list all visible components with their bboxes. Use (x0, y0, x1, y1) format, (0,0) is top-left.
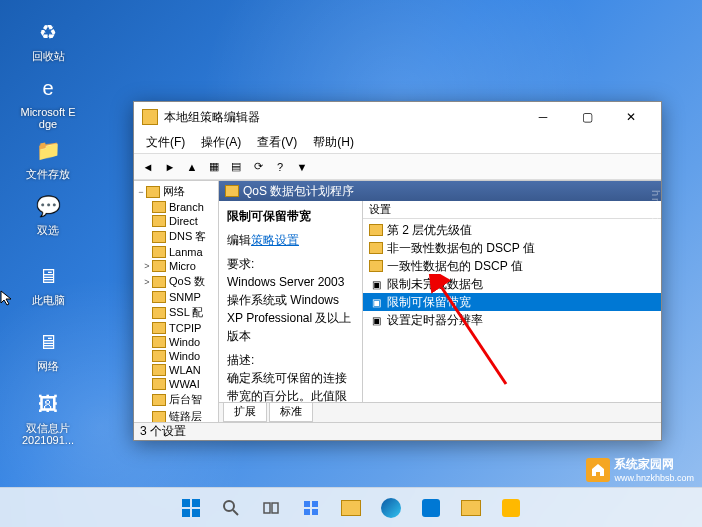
tree-item[interactable]: Branch (134, 200, 218, 214)
tree-item[interactable]: Direct (134, 214, 218, 228)
back-button[interactable]: ◄ (138, 157, 158, 177)
svg-rect-2 (192, 499, 200, 507)
folder-icon (152, 350, 166, 362)
setting-item[interactable]: ▣设置定时器分辨率 (363, 311, 661, 329)
search-button[interactable] (213, 490, 249, 526)
policy-icon: ▣ (369, 313, 383, 327)
icon: e (32, 72, 64, 104)
folder-icon (152, 364, 166, 376)
refresh-button[interactable]: ⟳ (248, 157, 268, 177)
app1-button[interactable] (413, 490, 449, 526)
svg-rect-1 (182, 499, 190, 507)
icon: 🖥 (32, 326, 64, 358)
tree-pane[interactable]: −网络BranchDirectDNS 客Lanma>Micro>QoS 数SNM… (134, 181, 219, 422)
folder-icon (152, 201, 166, 213)
desktop-icon-文件存放[interactable]: 📁文件存放 (20, 134, 76, 180)
up-button[interactable]: ▲ (182, 157, 202, 177)
start-button[interactable] (173, 490, 209, 526)
folder-icon (152, 260, 166, 272)
tree-item[interactable]: >Micro (134, 259, 218, 273)
filter-button[interactable]: ▼ (292, 157, 312, 177)
tree-item[interactable]: >QoS 数 (134, 273, 218, 290)
setting-item[interactable]: ▣限制未完成数据包 (363, 275, 661, 293)
edge-button[interactable] (373, 490, 409, 526)
svg-line-6 (233, 510, 238, 515)
tree-item[interactable]: Lanma (134, 245, 218, 259)
widgets-button[interactable] (293, 490, 329, 526)
tree-item[interactable]: TCPIP (134, 321, 218, 335)
folder-icon (225, 185, 239, 197)
watermark-url-vertical: hnzkhbsb.com (650, 190, 662, 285)
show-hide-button[interactable]: ▦ (204, 157, 224, 177)
menu-file[interactable]: 文件(F) (138, 134, 193, 151)
close-button[interactable]: ✕ (609, 102, 653, 132)
titlebar[interactable]: 本地组策略编辑器 ─ ▢ ✕ (134, 102, 661, 132)
menu-action[interactable]: 操作(A) (193, 134, 249, 151)
toolbar: ◄ ► ▲ ▦ ▤ ⟳ ? ▼ (134, 154, 661, 180)
maximize-button[interactable]: ▢ (565, 102, 609, 132)
menu-help[interactable]: 帮助(H) (305, 134, 362, 151)
tab-extended[interactable]: 扩展 (223, 403, 267, 422)
folder-icon (152, 231, 166, 243)
settings-list[interactable]: 第 2 层优先级值非一致性数据包的 DSCP 值一致性数据包的 DSCP 值▣限… (363, 219, 661, 402)
tree-item[interactable]: 后台智 (134, 391, 218, 408)
tree-item[interactable]: Windo (134, 335, 218, 349)
content-header-text: QoS 数据包计划程序 (243, 183, 354, 200)
gpedit-taskbar[interactable] (453, 490, 489, 526)
folder-icon (152, 276, 166, 288)
content-header: QoS 数据包计划程序 (219, 181, 661, 201)
policy-icon: ▣ (369, 295, 383, 309)
svg-rect-9 (304, 501, 310, 507)
forward-button[interactable]: ► (160, 157, 180, 177)
folder-icon (152, 291, 166, 303)
setting-title: 限制可保留带宽 (227, 207, 354, 225)
taskview-button[interactable] (253, 490, 289, 526)
desktop-icon-Microsoft Edge[interactable]: eMicrosoft Edge (20, 72, 76, 130)
tree-item[interactable]: WLAN (134, 363, 218, 377)
menu-view[interactable]: 查看(V) (249, 134, 305, 151)
svg-rect-7 (264, 503, 270, 513)
desktop-icon-双信息片
2021091...[interactable]: 🖼双信息片2021091... (20, 388, 76, 446)
folder-icon (152, 322, 166, 334)
desktop-icon-此电脑[interactable]: 🖥此电脑 (20, 260, 76, 306)
desktop-icon-双选[interactable]: 💬双选 (20, 190, 76, 236)
svg-rect-10 (312, 501, 318, 507)
tree-item[interactable]: SSL 配 (134, 304, 218, 321)
help-button[interactable]: ? (270, 157, 290, 177)
edit-policy-link[interactable]: 策略设置 (251, 233, 299, 247)
folder-icon (146, 186, 160, 198)
statusbar: 3 个设置 (134, 422, 661, 440)
export-button[interactable]: ▤ (226, 157, 246, 177)
explorer-button[interactable] (333, 490, 369, 526)
app2-button[interactable] (493, 490, 529, 526)
tree-item[interactable]: WWAI (134, 377, 218, 391)
folder-icon (152, 307, 166, 319)
column-header[interactable]: 设置 (363, 201, 661, 219)
tree-item[interactable]: −网络 (134, 183, 218, 200)
svg-rect-3 (182, 509, 190, 517)
desktop-icon-网络[interactable]: 🖥网络 (20, 326, 76, 372)
setting-item[interactable]: 一致性数据包的 DSCP 值 (363, 257, 661, 275)
tree-item[interactable]: SNMP (134, 290, 218, 304)
settings-pane: 设置 第 2 层优先级值非一致性数据包的 DSCP 值一致性数据包的 DSCP … (363, 201, 661, 402)
house-icon (586, 458, 610, 482)
folder-icon (369, 260, 383, 272)
app-icon (142, 109, 158, 125)
taskbar[interactable] (0, 487, 702, 527)
svg-rect-8 (272, 503, 278, 513)
setting-item[interactable]: 非一致性数据包的 DSCP 值 (363, 239, 661, 257)
minimize-button[interactable]: ─ (521, 102, 565, 132)
tree-item[interactable]: DNS 客 (134, 228, 218, 245)
icon: 🖼 (32, 388, 64, 420)
icon: 🖥 (32, 260, 64, 292)
policy-icon: ▣ (369, 277, 383, 291)
setting-item[interactable]: 第 2 层优先级值 (363, 221, 661, 239)
folder-icon (152, 411, 166, 423)
tree-item[interactable]: 链路层 (134, 408, 218, 422)
tab-standard[interactable]: 标准 (269, 403, 313, 422)
desktop-icon-回收站[interactable]: ♻回收站 (20, 16, 76, 62)
view-tabs: 扩展 标准 (219, 402, 661, 422)
tree-item[interactable]: Windo (134, 349, 218, 363)
setting-item[interactable]: ▣限制可保留带宽 (363, 293, 661, 311)
icon: 📁 (32, 134, 64, 166)
